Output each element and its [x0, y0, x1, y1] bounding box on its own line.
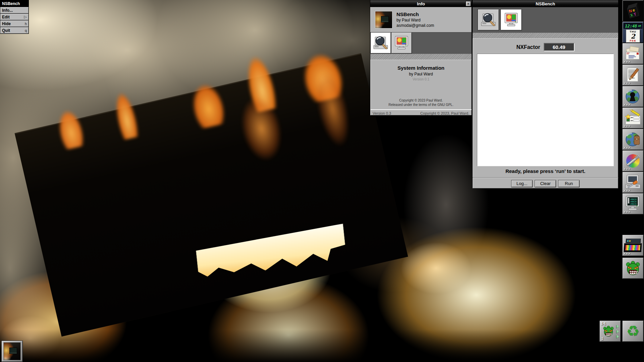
app-author: by Paul Ward	[396, 18, 434, 22]
calendar-day: 2	[631, 33, 635, 40]
nsbench-window-title: NSBench	[536, 1, 555, 6]
dock-tile-register[interactable]	[622, 107, 644, 129]
info-window-titlebar[interactable]: Info ×	[370, 0, 472, 7]
footer-version: Version 0.3	[373, 111, 391, 115]
wallpaper-burning-computer	[15, 53, 408, 337]
mach-terminal-icon: >MACH >MACH >MACH	[624, 195, 642, 213]
section-title: System Information	[397, 65, 444, 71]
dock-tile-audio[interactable]	[622, 235, 644, 256]
menu-item-shortcut: q	[25, 28, 27, 33]
benchmark-panel: NXFactor 60.49 Ready, please press ‘run’…	[473, 39, 618, 178]
dock-tile-next[interactable]: N e X T	[622, 0, 644, 21]
close-icon: ×	[467, 2, 469, 6]
run-button[interactable]: Run	[558, 180, 580, 187]
info-window: Info × NSBench by Paul Ward asmodai@gmai…	[370, 0, 472, 116]
digital-clock: 12:48 AM	[624, 23, 642, 29]
section-version: Version 0.1	[413, 77, 429, 81]
status-text: Ready, please press ‘run’ to start.	[473, 168, 618, 174]
wallpaper-flame	[49, 96, 89, 151]
pager-arrow-icon[interactable]	[616, 330, 619, 333]
menu-item-quit[interactable]: Quit q	[0, 27, 29, 34]
nxfactor-value: 60.49	[544, 43, 575, 51]
green-monster-icon	[602, 325, 614, 337]
dock-tile-clock[interactable]: 12:48 AM THU 2 FEB	[622, 21, 644, 43]
dock-tile-web[interactable]	[622, 86, 644, 107]
info-footer: Version 0.3 Copyright © 2023, Paul Ward.	[370, 109, 472, 117]
menu-item-label: Edit	[2, 15, 10, 19]
terminal-line: >MACH	[630, 198, 637, 200]
globe-satchel-icon	[625, 131, 641, 147]
menu-item-edit[interactable]: Edit ▷	[0, 14, 29, 20]
tab-benchmark-display[interactable]	[391, 32, 412, 54]
pager-workspace-label: 1-1	[601, 322, 606, 325]
info-tab-band	[370, 32, 472, 54]
dock-tile-transfer[interactable]	[622, 129, 644, 150]
divider-hatch	[473, 33, 618, 39]
wallpaper-flame	[106, 75, 143, 141]
nxfactor-label: NXFactor	[516, 44, 540, 50]
app-email: asmodai@gmail.com	[396, 23, 434, 28]
app-name: NSBench	[396, 11, 434, 17]
dock-tile-terminal[interactable]: >MACH >MACH >MACH	[622, 193, 644, 215]
clock-time: 12:48	[625, 24, 637, 28]
dock-tile-tools[interactable]	[622, 172, 644, 193]
tab-system-information[interactable]	[478, 9, 499, 31]
menu-item-label: Hide	[2, 21, 11, 26]
app-menu-title[interactable]: NSBench	[0, 0, 29, 7]
audio-stack-icon	[624, 239, 642, 252]
tab-benchmark-display[interactable]	[500, 9, 522, 31]
nsbench-window: NSBench NXFactor 60.49 Ready, please pre…	[472, 0, 619, 189]
desktop: NSBench Info... Edit ▷ Hide h Quit q Inf…	[0, 0, 644, 362]
running-indicator	[624, 147, 630, 148]
dock-tile-monster[interactable]	[622, 257, 644, 279]
submenu-arrow-icon: ▷	[24, 15, 27, 19]
display-colors-icon	[394, 35, 409, 51]
menu-item-hide[interactable]: Hide h	[0, 20, 29, 27]
dock-tile-editor[interactable]	[622, 64, 644, 86]
tab-system-information[interactable]	[370, 32, 391, 54]
calendar-page: THU 2 FEB	[626, 29, 640, 43]
magnifier-computer-icon	[481, 12, 496, 27]
svg-text:>MACH: >MACH	[630, 203, 637, 205]
computer-screwdriver-icon	[625, 174, 641, 191]
dock-tile-cd[interactable]	[622, 150, 644, 172]
calendar-month: FEB	[630, 40, 636, 42]
clock-meridiem: AM	[638, 25, 641, 27]
next-cube-icon: N e X T	[624, 1, 642, 20]
menu-item-info[interactable]: Info...	[0, 7, 29, 13]
running-indicator	[624, 83, 630, 84]
running-indicator	[624, 61, 630, 63]
nsbench-miniwindow[interactable]	[1, 341, 23, 362]
running-indicator	[624, 190, 630, 191]
workspace-pager[interactable]: 1-1 1	[599, 320, 621, 342]
recycler[interactable]: ♻	[622, 320, 644, 342]
results-list	[477, 54, 614, 166]
wallpaper-flame	[303, 62, 362, 156]
mail-icon	[625, 45, 641, 62]
info-panel: System Information by Paul Ward Version …	[370, 60, 472, 109]
menu-item-label: Info...	[2, 8, 13, 13]
nsbench-app-icon	[3, 342, 21, 360]
clear-button[interactable]: Clear	[535, 180, 556, 187]
registration-form-icon	[625, 110, 641, 126]
pager-arrow-icon[interactable]	[616, 325, 619, 328]
globe-keyhole-icon	[625, 88, 641, 105]
running-indicator	[624, 104, 630, 106]
pager-screen-label: 1	[601, 337, 603, 341]
display-colors-icon	[503, 12, 519, 27]
bench-tab-band	[473, 7, 618, 33]
svg-text:>MACH: >MACH	[630, 200, 637, 203]
pager-arrow-icon[interactable]	[616, 335, 619, 338]
divider-hatch	[370, 54, 472, 60]
dock-tile-mail[interactable]	[622, 43, 644, 64]
running-indicator	[624, 212, 630, 213]
wallpaper-flame	[180, 68, 232, 131]
wallpaper-flame	[227, 87, 296, 171]
log-button[interactable]: Log...	[511, 180, 533, 187]
magnifier-computer-icon	[373, 35, 388, 51]
green-monster-icon	[625, 260, 641, 276]
nsbench-window-titlebar[interactable]: NSBench	[473, 0, 618, 7]
close-button[interactable]: ×	[466, 1, 471, 6]
section-author: by Paul Ward	[409, 72, 433, 76]
recycler-icon: ♻	[626, 324, 639, 339]
